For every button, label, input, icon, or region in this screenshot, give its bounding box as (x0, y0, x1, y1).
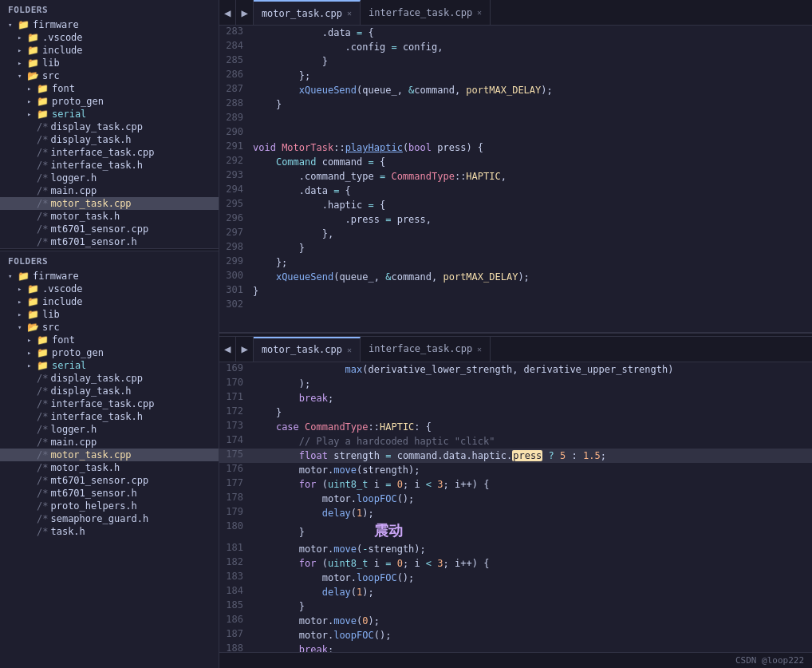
tree-item-interface-task-h[interactable]: /* interface_task.h (0, 159, 219, 172)
tree-item-lib[interactable]: ▸ 📁 lib (0, 57, 219, 69)
tree-item-proto-helpers-h2[interactable]: /* proto_helpers.h (0, 500, 219, 512)
top-editor-pane: ◀ ▶ motor_task.cpp ✕ interface_task.cpp … (219, 0, 812, 333)
tree-item-display-task-h2[interactable]: /* display_task.h (0, 385, 219, 397)
code-line-178: 178 motor.loopFOC(); (219, 492, 812, 506)
tree-item-main-cpp2[interactable]: /* main.cpp (0, 436, 219, 449)
line-content: ); (250, 377, 812, 391)
tab-close-icon[interactable]: ✕ (477, 345, 482, 354)
line-content: motor.move(0); (250, 614, 812, 628)
line-content: .command_type = CommandType::HAPTIC, (250, 169, 812, 184)
tree-item-interface-task-cpp2[interactable]: /* interface_task.cpp (0, 397, 219, 410)
tab-interface-task-cpp-top[interactable]: interface_task.cpp ✕ (361, 0, 491, 25)
line-number: 294 (219, 184, 250, 198)
bottom-code-area[interactable]: 169 max(derivative_lower_strength, deriv… (219, 362, 812, 653)
folder-icon: 📁 (37, 360, 49, 371)
tree-item-main-cpp[interactable]: /* main.cpp (0, 184, 219, 197)
tree-item-include[interactable]: ▸ 📁 include (0, 44, 219, 57)
comment-icon: /* (37, 462, 48, 473)
tree-item-src[interactable]: ▾ 📂 src (0, 69, 219, 82)
tree-item-proto-gen[interactable]: ▸ 📁 proto_gen (0, 95, 219, 108)
line-content (250, 112, 812, 126)
comment-icon: /* (37, 449, 48, 460)
line-number: 174 (219, 434, 250, 449)
code-line-286: 286 }; (219, 69, 812, 83)
line-number: 181 (219, 542, 250, 556)
chevron-icon: ▸ (27, 362, 37, 370)
tree-item-vscode[interactable]: ▸ 📁 .vscode (0, 31, 219, 44)
folders-header-bottom: FOLDERS (0, 251, 219, 270)
tab-label: motor_task.cpp (262, 344, 342, 355)
tree-label: interface_task.cpp (50, 398, 154, 409)
tree-label: src (42, 322, 60, 333)
code-line-170: 170 ); (219, 377, 812, 391)
tree-item-motor-task-cpp[interactable]: /* motor_task.cpp (0, 197, 219, 210)
tree-item-serial[interactable]: ▸ 📁 serial (0, 108, 219, 121)
tab-motor-task-cpp-bottom[interactable]: motor_task.cpp ✕ (254, 337, 361, 362)
line-number: 284 (219, 40, 250, 54)
code-line-188: 188 break; (219, 642, 812, 653)
tree-item-display-task-h[interactable]: /* display_task.h (0, 133, 219, 146)
tree-item-serial2[interactable]: ▸ 📁 serial (0, 359, 219, 372)
chevron-icon: ▸ (27, 110, 37, 118)
tree-item-interface-task-cpp[interactable]: /* interface_task.cpp (0, 146, 219, 159)
tree-item-mt6701-cpp2[interactable]: /* mt6701_sensor.cpp (0, 474, 219, 487)
tree-item-firmware[interactable]: ▾ 📁 firmware (0, 18, 219, 31)
code-line-299: 299 }; (219, 255, 812, 270)
tab-close-icon[interactable]: ✕ (347, 9, 352, 18)
tree-item-logger-h2[interactable]: /* logger.h (0, 423, 219, 436)
tree-item-vscode2[interactable]: ▸ 📁 .vscode (0, 283, 219, 295)
left-panel: FOLDERS ▾ 📁 firmware ▸ 📁 .vscode ▸ 📁 inc… (0, 0, 219, 668)
code-line-292: 292 Command command = { (219, 155, 812, 169)
tree-item-semaphore-guard-h2[interactable]: /* semaphore_guard.h (0, 512, 219, 525)
comment-icon: /* (37, 185, 48, 196)
tree-item-interface-task-h2[interactable]: /* interface_task.h (0, 410, 219, 423)
tree-label: proto_gen (52, 347, 104, 358)
tree-item-mt6701-h[interactable]: /* mt6701_sensor.h (0, 235, 219, 248)
tree-item-display-task-cpp2[interactable]: /* display_task.cpp (0, 372, 219, 385)
tree-item-display-task-cpp[interactable]: /* display_task.cpp (0, 121, 219, 133)
line-content (250, 126, 812, 140)
code-line-173: 173 case CommandType::HAPTIC: { (219, 420, 812, 434)
tree-item-font2[interactable]: ▸ 📁 font (0, 334, 219, 346)
code-line-185: 185 } (219, 599, 812, 614)
code-line-289: 289 (219, 112, 812, 126)
tree-label: display_task.cpp (50, 373, 143, 384)
right-panel: ◀ ▶ motor_task.cpp ✕ interface_task.cpp … (219, 0, 812, 668)
code-line-296: 296 .press = press, (219, 212, 812, 227)
comment-icon: /* (37, 147, 48, 158)
line-content: delay(1); (250, 506, 812, 520)
tree-item-src2[interactable]: ▾ 📂 src (0, 321, 219, 334)
tree-item-proto-gen2[interactable]: ▸ 📁 proto_gen (0, 346, 219, 359)
folder-icon: 📁 (37, 109, 49, 120)
nav-prev-button[interactable]: ◀ (219, 0, 236, 25)
tree-item-mt6701-h2[interactable]: /* mt6701_sensor.h (0, 487, 219, 500)
nav-next-button[interactable]: ▶ (236, 0, 253, 25)
bottom-code-table: 169 max(derivative_lower_strength, deriv… (219, 362, 812, 653)
code-line-294: 294 .data = { (219, 184, 812, 198)
tree-item-motor-task-h[interactable]: /* motor_task.h (0, 210, 219, 223)
tree-item-motor-task-h2[interactable]: /* motor_task.h (0, 461, 219, 474)
tab-close-icon[interactable]: ✕ (347, 346, 352, 354)
tab-close-icon[interactable]: ✕ (477, 8, 482, 17)
tree-label: mt6701_sensor.h (50, 236, 136, 247)
top-code-area[interactable]: 283 .data = { 284 .config = config, 285 … (219, 26, 812, 332)
line-number: 188 (219, 642, 250, 653)
code-line-284: 284 .config = config, (219, 40, 812, 54)
folder-icon: 📁 (27, 32, 40, 43)
tree-item-font[interactable]: ▸ 📁 font (0, 82, 219, 95)
tree-item-mt6701-cpp[interactable]: /* mt6701_sensor.cpp (0, 223, 219, 235)
tree-item-motor-task-cpp2[interactable]: /* motor_task.cpp (0, 449, 219, 461)
tree-item-include2[interactable]: ▸ 📁 include (0, 295, 219, 308)
tree-item-lib2[interactable]: ▸ 📁 lib (0, 308, 219, 321)
line-number: 172 (219, 405, 250, 420)
tree-item-firmware2[interactable]: ▾ 📁 firmware (0, 270, 219, 283)
tree-item-task-h2[interactable]: /* task.h (0, 525, 219, 538)
tree-label: motor_task.h (50, 211, 120, 222)
tree-label: font (52, 334, 75, 346)
nav-prev-button-bottom[interactable]: ◀ (219, 337, 236, 362)
tab-interface-task-cpp-bottom[interactable]: interface_task.cpp ✕ (361, 337, 491, 362)
tree-item-logger-h[interactable]: /* logger.h (0, 172, 219, 184)
comment-icon: /* (37, 236, 48, 247)
tab-motor-task-cpp-top[interactable]: motor_task.cpp ✕ (254, 0, 361, 25)
nav-next-button-bottom[interactable]: ▶ (236, 337, 253, 362)
